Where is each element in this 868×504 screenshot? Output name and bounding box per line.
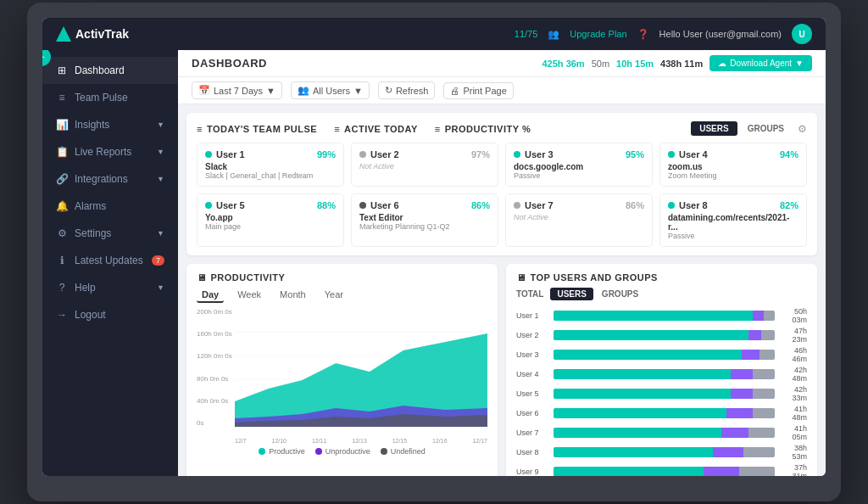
bar-time: 50h 03m bbox=[780, 307, 807, 324]
all-users-button[interactable]: 👥 All Users ▼ bbox=[291, 81, 370, 99]
bar-unproductive bbox=[731, 389, 753, 399]
tab-year[interactable]: Year bbox=[320, 288, 348, 303]
user-status-dot bbox=[668, 151, 675, 158]
updates-badge: 7 bbox=[152, 255, 164, 266]
x-label-2: 12/11 bbox=[312, 438, 327, 444]
sidebar-item-latestupdates[interactable]: ℹ Latest Updates 7 bbox=[42, 247, 178, 274]
bar-undefined bbox=[753, 369, 775, 379]
users-tab[interactable]: USERS bbox=[691, 121, 737, 136]
user-pct-text: 86% bbox=[471, 200, 490, 210]
bar-unproductive bbox=[753, 311, 764, 321]
user-card-6: User 6 86% Text Editor Marketing Plannin… bbox=[351, 193, 498, 247]
download-icon: ☁ bbox=[718, 59, 726, 68]
top-bar-left: ActivTrak bbox=[56, 26, 129, 42]
user-status-dot bbox=[359, 151, 366, 158]
date-range-button[interactable]: 📅 Last 7 Days ▼ bbox=[192, 81, 282, 99]
time-stat-4: 438h 11m bbox=[660, 59, 703, 69]
user-card-header: User 6 86% bbox=[359, 200, 490, 210]
user-detail: Passive bbox=[514, 171, 644, 180]
dash-header-right: 425h 36m 50m 10h 15m 438h 11m ☁ Download… bbox=[542, 55, 813, 71]
top-users-title: 🖥 TOP USERS AND GROUPS bbox=[516, 272, 807, 283]
bar-productive bbox=[554, 389, 731, 399]
top-users-tab-group: USERS GROUPS bbox=[550, 288, 645, 300]
user-card-header: User 5 88% bbox=[205, 200, 336, 210]
bar-time: 42h 33m bbox=[780, 385, 807, 402]
user-card-2: User 2 97% Not Active bbox=[351, 143, 498, 187]
top-users-tab[interactable]: USERS bbox=[550, 288, 593, 300]
tab-day[interactable]: Day bbox=[197, 288, 224, 303]
sidebar-label-latestupdates: Latest Updates bbox=[75, 255, 143, 266]
bar-list: User 1 50h 03m User 2 47h 23m User 3 46h… bbox=[516, 307, 807, 476]
bar-unproductive bbox=[742, 350, 760, 360]
tab-week[interactable]: Week bbox=[232, 288, 266, 303]
upgrade-plan-link[interactable]: Upgrade Plan bbox=[570, 29, 626, 39]
y-label-4: 160h 0m 0s bbox=[197, 330, 235, 338]
top-users-title-text: TOP USERS AND GROUPS bbox=[531, 272, 658, 283]
alarms-icon: 🔔 bbox=[56, 200, 68, 212]
bar-productive bbox=[554, 408, 726, 418]
top-groups-tab[interactable]: GROUPS bbox=[595, 288, 645, 300]
user-card-8: User 8 82% datamining.com/recents/2021-r… bbox=[659, 193, 807, 247]
sidebar-item-alarms[interactable]: 🔔 Alarms bbox=[42, 193, 178, 220]
bar-track bbox=[554, 330, 775, 340]
bar-unproductive bbox=[726, 408, 753, 418]
refresh-button[interactable]: ↻ Refresh bbox=[378, 81, 436, 99]
insights-chevron: ▼ bbox=[157, 120, 164, 129]
bar-undefined bbox=[743, 447, 775, 457]
bar-track bbox=[554, 467, 775, 476]
sidebar-item-integrations[interactable]: 🔗 Integrations ▼ bbox=[42, 165, 178, 193]
logo-text: ActivTrak bbox=[75, 27, 129, 41]
logo: ActivTrak bbox=[56, 26, 129, 42]
bar-undefined bbox=[764, 311, 775, 321]
user-pct-text: 94% bbox=[780, 149, 798, 160]
sidebar: − ⊞ Dashboard ≡ Team Pulse 📊 Insights ▼ … bbox=[42, 50, 178, 476]
user-name-text: User 3 bbox=[525, 149, 554, 160]
user-name: User 7 bbox=[514, 200, 554, 210]
bar-row-8: User 8 38h 53m bbox=[516, 444, 807, 461]
user-status-dot bbox=[514, 202, 520, 209]
tab-month[interactable]: Month bbox=[275, 288, 311, 303]
user-app: Slack bbox=[205, 162, 336, 171]
legend-undefined: Undefined bbox=[381, 447, 426, 456]
print-button[interactable]: 🖨 Print Page bbox=[443, 82, 513, 99]
user-status-dot bbox=[359, 202, 366, 209]
download-agent-button[interactable]: ☁ Download Agent ▼ bbox=[709, 55, 812, 71]
date-chevron: ▼ bbox=[266, 86, 275, 96]
sidebar-label-settings: Settings bbox=[75, 227, 111, 239]
avatar[interactable]: U bbox=[792, 24, 812, 44]
sidebar-item-settings[interactable]: ⚙ Settings ▼ bbox=[42, 220, 178, 247]
sidebar-item-livereports[interactable]: 📋 Live Reports ▼ bbox=[42, 138, 178, 165]
sidebar-item-teampulse[interactable]: ≡ Team Pulse bbox=[42, 84, 178, 111]
content-area: DASHBOARD 425h 36m 50m 10h 15m 438h 11m … bbox=[178, 50, 826, 476]
integrations-icon: 🔗 bbox=[56, 173, 68, 185]
bar-productive bbox=[554, 467, 704, 476]
user-card-header: User 4 94% bbox=[668, 149, 798, 160]
legend-dot-undefined bbox=[381, 448, 387, 455]
users-chevron: ▼ bbox=[353, 86, 363, 96]
bar-time: 37h 31m bbox=[780, 463, 807, 476]
user-pct-text: 86% bbox=[626, 200, 644, 210]
bar-undefined bbox=[748, 428, 775, 438]
user-detail: Zoom Meeting bbox=[668, 171, 798, 180]
groups-tab[interactable]: GROUPS bbox=[739, 121, 793, 136]
team-pulse-title: ≡ TODAY'S TEAM PULSE bbox=[197, 124, 317, 134]
legend-label-unproductive: Unproductive bbox=[326, 447, 370, 456]
x-axis: 12/7 12/10 12/11 12/13 12/15 12/16 12/17 bbox=[235, 438, 487, 444]
sidebar-item-help[interactable]: ? Help ▼ bbox=[42, 274, 178, 301]
user-name: User 5 bbox=[205, 200, 245, 210]
user-name: User 6 bbox=[359, 200, 399, 210]
gear-icon[interactable]: ⚙ bbox=[798, 123, 807, 135]
sidebar-item-dashboard[interactable]: ⊞ Dashboard bbox=[42, 57, 178, 84]
user-name-text: User 7 bbox=[525, 200, 554, 210]
bar-unproductive bbox=[721, 428, 748, 438]
sidebar-item-insights[interactable]: 📊 Insights ▼ bbox=[42, 111, 178, 138]
prod-pct-text: PRODUCTIVITY % bbox=[445, 124, 531, 134]
top-bar-right: 11/75 👥 Upgrade Plan ❓ Hello User (user@… bbox=[515, 24, 812, 44]
user-card-1: User 1 99% Slack Slack | General_chat | … bbox=[197, 143, 344, 187]
date-range-label: Last 7 Days bbox=[214, 86, 263, 96]
productivity-svg bbox=[235, 308, 487, 427]
bar-track bbox=[554, 428, 775, 438]
integrations-chevron: ▼ bbox=[157, 175, 164, 183]
sidebar-item-logout[interactable]: → Logout bbox=[42, 301, 178, 328]
time-stat-2: 50m bbox=[592, 59, 609, 69]
